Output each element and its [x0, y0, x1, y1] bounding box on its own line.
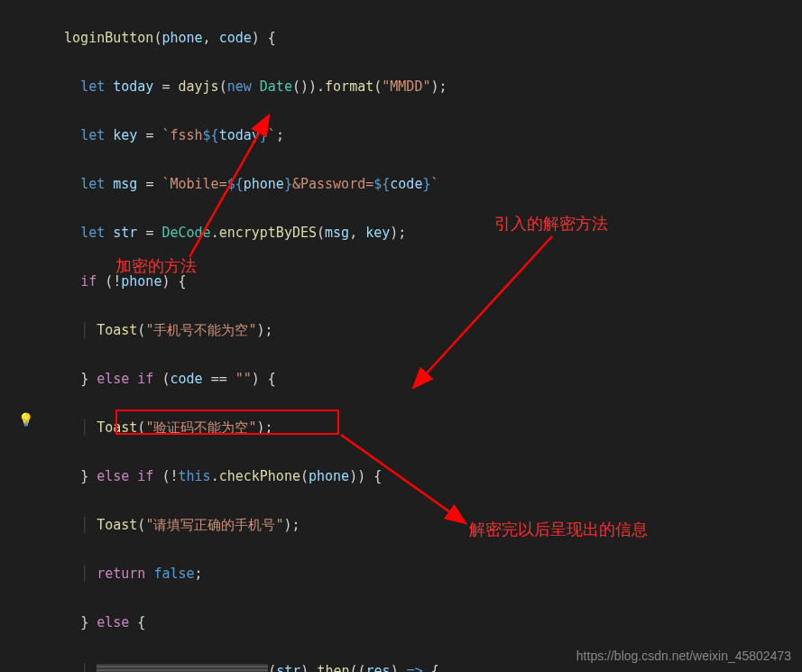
code-line: let today = dayjs(new Date()).format("MM…: [41, 75, 802, 99]
code-line: let msg = `Mobile=${phone}&Password=${co…: [41, 172, 802, 197]
code-line: │ Toast("验证码不能为空");: [41, 416, 802, 440]
code-line: │ return false;: [41, 562, 802, 586]
code-line: loginButton(phone, code) {: [41, 26, 802, 51]
code-editor[interactable]: 💡 loginButton(phone, code) { let today =…: [0, 0, 802, 672]
code-line: } else if (!this.checkPhone(phone)) {: [41, 465, 802, 489]
code-line: } else if (code == "") {: [41, 367, 802, 391]
code-line: │ Toast("手机号不能为空");: [41, 318, 802, 343]
gutter: 💡: [0, 0, 41, 672]
code-line: if (!phone) {: [41, 270, 802, 294]
redacted-code: [97, 664, 268, 673]
code-line: } else {: [41, 611, 802, 635]
code-line: │ Toast("请填写正确的手机号");: [41, 513, 802, 538]
code-content[interactable]: loginButton(phone, code) { let today = d…: [41, 0, 802, 672]
lightbulb-icon[interactable]: 💡: [18, 412, 33, 427]
code-line: let str = DeCode.encryptByDES(msg, key);: [41, 221, 802, 245]
watermark: https://blog.csdn.net/weixin_45802473: [576, 649, 791, 663]
code-line: let key = `fssh${today}`;: [41, 124, 802, 148]
